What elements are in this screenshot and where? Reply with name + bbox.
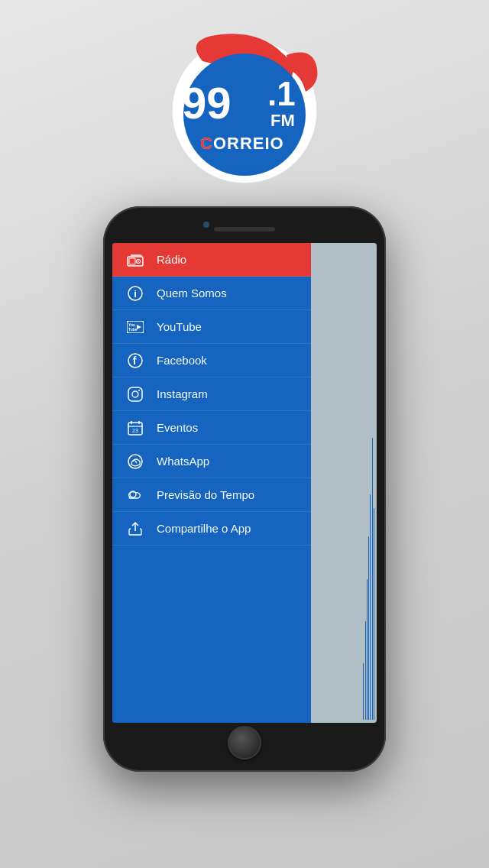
chart-area: [360, 435, 377, 689]
screen-main: Rádio i Quem Somos: [112, 369, 377, 689]
phone-bottom: [112, 723, 377, 763]
menu-item-whatsapp[interactable]: WhatsApp: [112, 445, 311, 478]
nav-drawer: Rádio i Quem Somos: [112, 369, 311, 689]
phone-top-bar: [112, 215, 377, 243]
svg-point-40: [132, 391, 138, 397]
events-icon: 23: [125, 417, 146, 439]
svg-text:FM: FM: [270, 111, 295, 130]
whatsapp-icon: [125, 451, 146, 472]
svg-point-41: [138, 390, 140, 391]
menu-item-facebook[interactable]: f Facebook: [112, 369, 311, 377]
facebook-icon: f: [125, 369, 146, 371]
menu-label-compartilhe: Compartilhe o App: [157, 522, 251, 535]
menu-list: Rádio i Quem Somos: [112, 369, 311, 546]
menu-label-eventos: Eventos: [157, 421, 198, 434]
menu-label-instagram: Instagram: [157, 387, 208, 400]
svg-text:C: C: [200, 134, 213, 153]
phone-screen: R: [112, 243, 377, 723]
right-panel: [311, 369, 377, 689]
phone-speaker: [214, 227, 275, 232]
menu-item-instagram[interactable]: Instagram: [112, 377, 311, 411]
svg-text:.1: .1: [267, 75, 296, 112]
phone-frame: R: [103, 206, 386, 772]
menu-item-previsao[interactable]: Previsão do Tempo: [112, 478, 311, 512]
weather-icon: [125, 484, 146, 506]
physical-home-button[interactable]: [228, 726, 261, 760]
phone-camera: [203, 222, 209, 228]
svg-rect-39: [128, 387, 142, 401]
menu-item-compartilhe[interactable]: Compartilhe o App: [112, 512, 311, 546]
share-icon: [125, 518, 146, 539]
svg-text:99: 99: [182, 78, 232, 128]
menu-label-previsao: Previsão do Tempo: [157, 488, 254, 501]
instagram-icon: [125, 384, 146, 405]
app-logo: 99 .1 FM CORREIO C: [160, 23, 329, 191]
menu-item-eventos[interactable]: 23 Eventos: [112, 411, 311, 445]
svg-text:23: 23: [132, 428, 138, 433]
menu-label-whatsapp: WhatsApp: [157, 455, 209, 468]
